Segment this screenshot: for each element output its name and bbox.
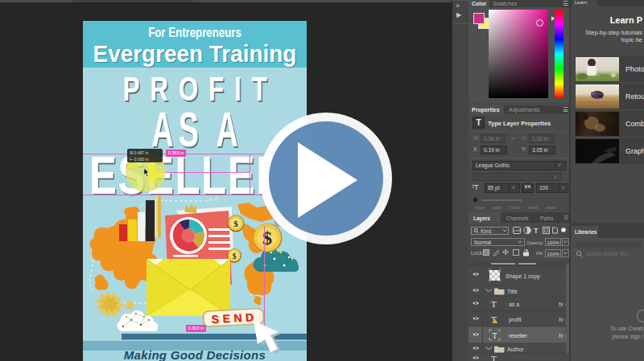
svg-text:$: $ [233, 219, 238, 228]
svg-text:Lock:: Lock: [471, 250, 484, 256]
svg-text:100%: 100% [547, 252, 560, 256]
svg-text:Shape 1 copy: Shape 1 copy [506, 273, 540, 280]
svg-text:Search Adobe Sto: Search Adobe Sto [585, 251, 628, 256]
svg-text:100%: 100% [547, 240, 560, 245]
svg-text:Opacity:: Opacity: [526, 240, 544, 245]
svg-text:reseller: reseller [509, 333, 528, 338]
svg-text:$: $ [233, 252, 237, 260]
svg-text:T: T [491, 354, 497, 361]
svg-text:!: ! [494, 319, 495, 323]
svg-text:fx: fx [559, 317, 564, 322]
svg-text:Author: Author [507, 347, 524, 352]
svg-text:T: T [491, 299, 497, 309]
svg-text:Normal: Normal [474, 240, 492, 245]
svg-text:T: T [493, 331, 497, 340]
svg-text:as a: as a [509, 302, 519, 307]
svg-text:Kind: Kind [481, 228, 491, 234]
svg-text:Title: Title [507, 289, 518, 294]
svg-text:Fill:: Fill: [536, 251, 544, 256]
svg-text:fx: fx [559, 302, 564, 307]
svg-text:profit: profit [509, 317, 522, 323]
svg-text:T: T [534, 227, 539, 235]
svg-text:$: $ [262, 228, 272, 248]
svg-text:SEND: SEND [211, 310, 258, 326]
svg-text:fx: fx [559, 333, 564, 338]
